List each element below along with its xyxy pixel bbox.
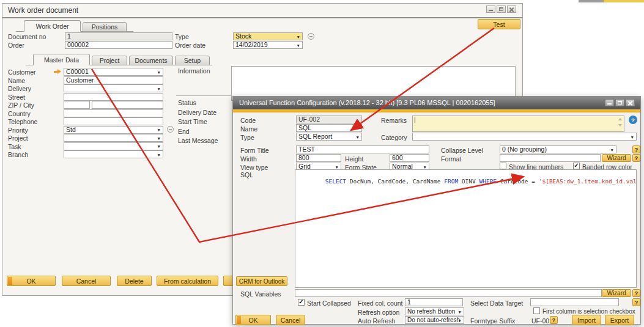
remarks-field[interactable] (412, 116, 624, 132)
first-column-selection-checkbox[interactable]: ✓ (533, 307, 540, 314)
category-dropdown[interactable]: ▼ (412, 133, 637, 141)
banded-row-color-checkbox[interactable]: ✓ (573, 163, 580, 169)
uf-name-field[interactable]: SQL (296, 124, 362, 132)
show-line-numbers-checkbox[interactable]: ✓ (500, 163, 506, 169)
cancel-button[interactable]: Cancel (62, 276, 111, 286)
telephone-label: Telephone (8, 118, 37, 125)
test-button[interactable]: Test (478, 19, 520, 29)
spinner-down-icon[interactable] (618, 124, 622, 127)
type-label: Type (175, 33, 189, 40)
link-arrow-icon[interactable] (54, 69, 62, 75)
close-icon[interactable] (626, 99, 635, 106)
order-label: Order (8, 42, 24, 49)
delivery-dropdown[interactable]: ▼ (64, 84, 163, 92)
import-button[interactable]: Import (572, 315, 601, 325)
height-label: Height (345, 155, 363, 163)
status-label: Status (178, 99, 196, 106)
from-calculation-button[interactable]: From calculation (157, 276, 218, 286)
country-field[interactable] (64, 109, 163, 117)
ok-button[interactable]: OK (7, 276, 56, 286)
dropdown-arrow-icon: ▼ (157, 127, 161, 133)
background-window-sliver-gray (579, 0, 604, 2)
branch-dropdown[interactable]: ▼ (64, 150, 163, 158)
uf-type-dropdown[interactable]: SQL Report ▼ (296, 133, 362, 141)
uf-window-title: Universal Function Configuration (v.2018… (239, 99, 495, 106)
help-icon[interactable]: ? (629, 116, 637, 124)
start-collapsed-checkbox[interactable]: ✓ (298, 299, 305, 306)
auto-refresh-dropdown[interactable]: Do not auto-refresh ▼ (405, 316, 464, 324)
task-dropdown[interactable]: ▼ (64, 142, 163, 150)
order-field[interactable]: 000002 (65, 41, 172, 49)
priority-options-icon[interactable] (167, 126, 174, 133)
minimize-icon[interactable] (605, 99, 614, 106)
collapse-help-button[interactable]: ? (632, 145, 640, 153)
name-field[interactable]: Customer (64, 76, 163, 84)
width-label: Width (240, 155, 257, 163)
zip-field[interactable] (64, 101, 90, 109)
window-title: Work order document (8, 7, 78, 14)
width-field[interactable]: 800 (296, 154, 341, 162)
format-help-button[interactable]: ? (632, 154, 640, 162)
uf-ok-button[interactable]: OK (235, 315, 271, 325)
tab-setup[interactable]: Setup (175, 56, 210, 65)
type-dropdown[interactable]: Stock ▼ (233, 32, 303, 40)
dropdown-arrow-icon: ▼ (157, 143, 161, 150)
delivery-label: Delivery (8, 85, 31, 92)
spinner-up-icon[interactable] (618, 118, 622, 120)
document-no-label: Document no (8, 33, 46, 40)
status-group-line (176, 95, 232, 96)
format-label: Format (441, 155, 461, 163)
fixed-col-count-field[interactable]: 1 (405, 298, 463, 306)
delete-button[interactable]: Delete (117, 276, 152, 286)
tab-positions[interactable]: Positions (83, 22, 127, 32)
project-dropdown[interactable]: ▼ (64, 134, 163, 142)
refresh-option-dropdown[interactable]: No refresh Button ▼ (405, 307, 464, 315)
uf-type-label: Type (240, 134, 254, 141)
title-separator (2, 17, 522, 18)
select-data-target-help-button[interactable]: ? (632, 298, 640, 306)
sql-variables-field[interactable] (295, 289, 602, 297)
zip-city-label: ZIP / City (8, 101, 34, 109)
type-options-icon[interactable] (308, 33, 314, 40)
project-label: Project (8, 134, 28, 142)
height-field[interactable]: 600 (390, 154, 429, 162)
dropdown-arrow-icon: ▼ (610, 146, 614, 153)
close-icon[interactable] (507, 6, 516, 13)
maximize-icon[interactable] (615, 99, 624, 106)
street-field[interactable] (64, 93, 163, 101)
refresh-option-label: Refresh option (358, 309, 399, 316)
sql-editor[interactable]: SELECT DocNum, CardCode, CardName FROM O… (295, 169, 637, 288)
formtype-suffix-help-button[interactable]: ? (550, 316, 558, 324)
customer-dropdown[interactable]: C00001 ▼ (64, 68, 163, 76)
sql-label: SQL (240, 171, 253, 178)
maximize-icon[interactable] (497, 6, 506, 13)
customer-label: Customer (8, 68, 36, 76)
telephone-field[interactable] (64, 117, 163, 125)
collapse-level-dropdown[interactable]: 0 (No grouping) ▼ (500, 145, 616, 153)
minimize-icon[interactable] (486, 6, 495, 13)
format-wizard-button[interactable]: Wizard (602, 154, 631, 162)
end-label: End (178, 128, 190, 135)
order-date-dropdown[interactable]: 14/02/2019 ▼ (233, 41, 303, 49)
priority-dropdown[interactable]: Std ▼ (64, 126, 163, 134)
form-title-field[interactable]: TEST (296, 145, 429, 153)
uf-titlebar: Universal Function Configuration (v.2018… (233, 97, 640, 109)
universal-function-window: Universal Function Configuration (v.2018… (232, 96, 641, 325)
tab-documents[interactable]: Documents (129, 56, 173, 65)
uf-cancel-button[interactable]: Cancel (276, 315, 305, 325)
form-title-label: Form Title (240, 147, 269, 154)
dropdown-arrow-icon: ▼ (356, 133, 360, 140)
crm-for-outlook-button[interactable]: CRM for Outlook (236, 276, 287, 286)
sql-variables-wizard-button[interactable]: Wizard (602, 289, 631, 297)
background-window-sliver-gold (604, 0, 644, 2)
tab-master-data[interactable]: Master Data (33, 54, 90, 65)
format-field[interactable] (500, 154, 601, 162)
tab-project[interactable]: Project (92, 56, 127, 65)
export-button[interactable]: Export (605, 315, 634, 325)
sql-variables-help-button[interactable]: ? (632, 289, 640, 297)
name-label: Name (8, 77, 25, 84)
tab-work-order[interactable]: Work Order (24, 20, 81, 32)
city-field[interactable] (92, 101, 163, 109)
select-data-target-field[interactable] (530, 298, 619, 306)
delivery-date-label: Delivery Date (178, 109, 217, 116)
